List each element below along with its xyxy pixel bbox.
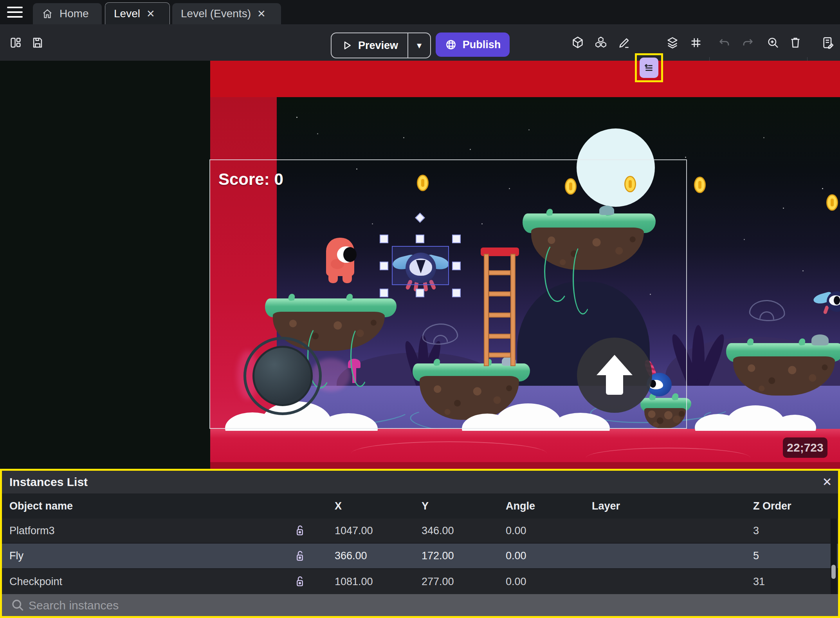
grid-icon[interactable] <box>689 36 703 50</box>
search-bar <box>2 594 838 616</box>
cell-object-name: Checkpoint <box>9 569 62 594</box>
column-header-zorder: Z Order <box>753 493 791 519</box>
column-header-y: Y <box>422 493 429 519</box>
search-input[interactable] <box>28 594 773 617</box>
cell-y: 346.00 <box>422 519 454 543</box>
cell-x: 366.00 <box>335 544 367 568</box>
platform-sprite[interactable] <box>726 343 840 402</box>
preview-options-dropdown[interactable]: ▾ <box>408 33 430 58</box>
cell-angle: 0.00 <box>506 569 526 594</box>
fly-enemy-partial-sprite[interactable] <box>813 291 840 318</box>
close-tab-icon[interactable]: ✕ <box>146 9 155 19</box>
cell-object-name: Platform3 <box>9 519 55 543</box>
panel-title: Instances List <box>9 475 88 489</box>
cell-zorder: 3 <box>753 519 759 543</box>
lava-band-dark <box>210 462 840 469</box>
instances-list-panel: Instances List ✕ Object name X Y Angle L… <box>0 469 840 618</box>
table-scrollbar-thumb[interactable] <box>831 565 836 579</box>
save-icon[interactable] <box>31 36 45 50</box>
lock-open-icon[interactable] <box>294 524 306 537</box>
cell-angle: 0.00 <box>506 544 526 568</box>
tab-level-events[interactable]: Level (Events) ✕ <box>172 3 281 24</box>
lock-open-icon[interactable] <box>294 575 306 588</box>
toolbar: Preview ▾ Publish <box>0 24 840 61</box>
resize-handle-w[interactable] <box>380 262 388 270</box>
edit-pencil-icon[interactable] <box>617 36 631 50</box>
coin-sprite[interactable] <box>826 194 838 211</box>
panel-header: Instances List ✕ <box>2 471 838 493</box>
instances-list-highlight-box <box>635 53 663 82</box>
zoom-in-icon[interactable] <box>766 36 780 50</box>
rock-shape <box>811 334 829 345</box>
resize-handle-ne[interactable] <box>452 235 461 243</box>
stars <box>296 117 297 118</box>
layout-panels-icon[interactable] <box>9 36 23 50</box>
resize-handle-nw[interactable] <box>380 235 388 243</box>
scene-properties-icon[interactable] <box>821 36 835 50</box>
tab-level[interactable]: Level ✕ <box>105 2 170 24</box>
resize-handle-e[interactable] <box>452 262 461 270</box>
cell-y: 277.00 <box>422 569 454 594</box>
resize-handle-sw[interactable] <box>380 289 388 297</box>
tab-label: Level <box>114 7 140 20</box>
objects-group-icon[interactable] <box>594 36 608 50</box>
tab-home[interactable]: Home <box>33 3 102 24</box>
instances-list-icon[interactable] <box>640 58 658 78</box>
scene-red-band[interactable] <box>210 61 840 97</box>
preview-button-group: Preview ▾ <box>331 33 431 58</box>
column-header-layer: Layer <box>592 493 620 519</box>
editor-window: Home Level ✕ Level (Events) ✕ Preview ▾ <box>0 0 840 618</box>
tab-label: Home <box>59 7 89 20</box>
table-row-selected[interactable]: Fly 366.00 172.00 0.00 5 <box>2 544 838 569</box>
play-icon <box>341 40 353 51</box>
tab-label: Level (Events) <box>181 7 251 20</box>
add-object-icon[interactable] <box>571 36 585 50</box>
close-panel-icon[interactable]: ✕ <box>819 474 835 490</box>
cell-x: 1047.00 <box>335 519 373 543</box>
cell-object-name: Fly <box>9 544 23 568</box>
undo-icon[interactable] <box>717 36 732 50</box>
resize-handle-s[interactable] <box>416 289 424 297</box>
coin-sprite[interactable] <box>694 177 706 193</box>
resize-handle-se[interactable] <box>452 289 461 297</box>
redo-icon[interactable] <box>741 36 755 50</box>
column-header-name: Object name <box>9 493 73 519</box>
cell-angle: 0.00 <box>506 519 526 543</box>
camera-frame <box>209 159 687 429</box>
lava-band <box>210 429 840 462</box>
selection-rectangle[interactable] <box>392 246 449 285</box>
hamburger-menu-button[interactable] <box>7 7 23 18</box>
chevron-down-icon: ▾ <box>417 40 422 51</box>
table-scrollbar-track[interactable] <box>831 519 837 594</box>
column-header-angle: Angle <box>506 493 535 519</box>
globe-icon <box>445 38 457 51</box>
preview-button[interactable]: Preview <box>332 33 407 58</box>
home-icon <box>41 8 53 20</box>
close-tab-icon[interactable]: ✕ <box>257 9 266 19</box>
preview-label: Preview <box>358 40 398 52</box>
publish-button[interactable]: Publish <box>436 33 510 57</box>
tab-bar: Home Level ✕ Level (Events) ✕ <box>0 0 840 24</box>
search-icon <box>11 598 25 612</box>
publish-label: Publish <box>463 39 501 51</box>
resize-handle-n[interactable] <box>416 235 424 243</box>
lock-open-icon[interactable] <box>294 550 306 562</box>
cell-zorder: 31 <box>753 569 765 594</box>
trash-icon[interactable] <box>788 36 802 50</box>
table-row[interactable]: Platform3 1047.00 346.00 0.00 3 <box>2 519 838 544</box>
canvas-outside-area[interactable] <box>0 61 210 469</box>
cursor-coordinates-badge: 22;723 <box>783 437 827 458</box>
score-text: Score: 0 <box>218 170 283 189</box>
column-header-x: X <box>335 493 342 519</box>
cell-zorder: 5 <box>753 544 759 568</box>
cell-y: 172.00 <box>422 544 454 568</box>
cloud <box>695 405 816 431</box>
table-row[interactable]: Checkpoint 1081.00 277.00 0.00 31 <box>2 569 838 594</box>
layers-icon[interactable] <box>665 36 680 50</box>
table-header-row: Object name X Y Angle Layer Z Order <box>2 493 838 519</box>
cell-x: 1081.00 <box>335 569 373 594</box>
